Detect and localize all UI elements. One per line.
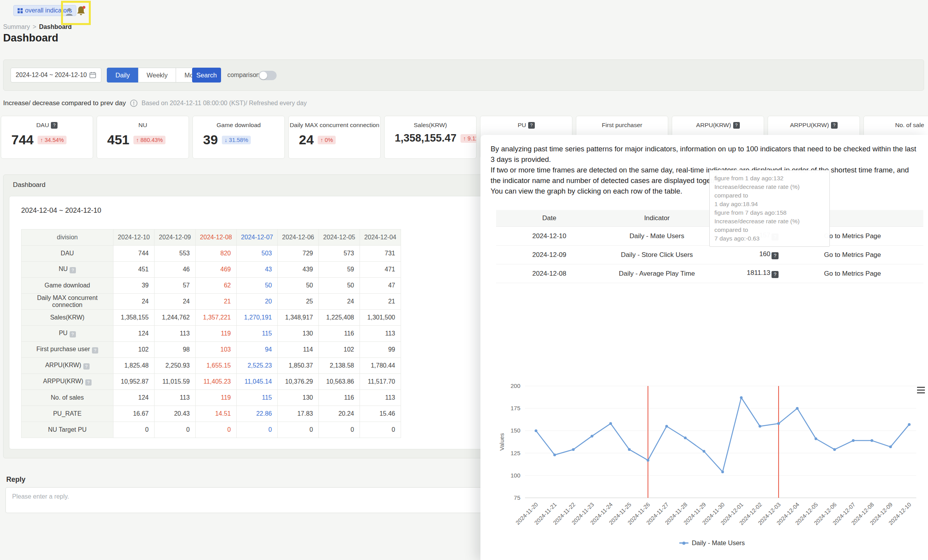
go-to-metrics-link[interactable]: Go to Metrics Page — [782, 246, 923, 264]
chart-legend[interactable]: Daily - Mate Users — [498, 539, 926, 547]
cell: 103 — [196, 342, 237, 358]
date-range-input[interactable]: 2024-12-04 ~ 2024-12-10 — [11, 68, 101, 83]
svg-text:175: 175 — [511, 405, 520, 411]
search-button[interactable]: Search — [192, 68, 221, 83]
row-label: ARPU(KRW)? — [22, 358, 113, 374]
tooltip-line: figure from 7 days ago:158 — [714, 208, 825, 217]
help-icon[interactable]: ? — [92, 347, 98, 354]
summary-row-arpu-krw: ARPU(KRW)?1,825.482,250.931,655.152,525.… — [22, 358, 401, 374]
cell: 57 — [155, 278, 196, 294]
help-icon[interactable]: ? — [733, 122, 740, 129]
comparison-toggle[interactable] — [259, 71, 277, 80]
anomaly-row[interactable]: 2024-12-08Daily - Average Play Time1811.… — [496, 264, 923, 283]
help-icon[interactable]: ? — [831, 122, 838, 129]
cell: 10,376.29 — [278, 374, 319, 390]
cell: 16.67 — [113, 406, 155, 422]
line-chart[interactable]: 75100125150175200Values2024-11-202024-11… — [498, 381, 926, 531]
kpi-label: PU? — [480, 122, 572, 129]
kpi-delta-badge: ↑ 880.43% — [133, 136, 166, 144]
cell: 20.43 — [155, 406, 196, 422]
cell: 113 — [155, 326, 196, 342]
cell: 1,358,155 — [113, 310, 155, 326]
period-daily-button[interactable]: Daily — [107, 68, 138, 83]
summary-col-2024-12-09: 2024-12-09 — [155, 230, 196, 246]
calendar-icon[interactable] — [89, 72, 96, 79]
cell: 43 — [237, 262, 278, 278]
cell: 113 — [360, 326, 401, 342]
description-line: You can view the graph by clicking on ea… — [491, 186, 919, 196]
cell: 15.46 — [360, 406, 401, 422]
cell: 116 — [319, 326, 360, 342]
cell: 21 — [360, 294, 401, 310]
tooltip-line: figure from 1 day ago:132 — [714, 174, 825, 183]
anomaly-row[interactable]: 2024-12-09Daily - Store Click Users160?G… — [496, 246, 923, 264]
cell: 94 — [237, 342, 278, 358]
kpi-label-text: Daily MAX concurrent connection — [290, 122, 379, 129]
tooltip-line: Increase/decrease rate rate (%) compared… — [714, 217, 825, 234]
summary-row-pu-rate: PU_RATE16.6720.4314.5122.8617.8320.2415.… — [22, 406, 401, 422]
cell: 2,138.58 — [319, 358, 360, 374]
cell: 46 — [155, 262, 196, 278]
dashboard-page: overall indicators Summary > Dashboard D… — [0, 0, 928, 560]
help-icon[interactable]: ? — [70, 267, 76, 273]
summary-row-first-purchase-user: First purchase user?102981039411410299 — [22, 342, 401, 358]
summary-row-nu: NU?451464694343959471 — [22, 262, 401, 278]
help-icon[interactable]: ? — [70, 331, 76, 337]
row-label: First purchase user? — [22, 342, 113, 358]
anomaly-date: 2024-12-09 — [496, 246, 602, 264]
status-line-refresh-info: Based on 2024-12-11 08:00:00 (KST)/ Refr… — [142, 100, 307, 107]
row-label: NU Target PU — [22, 422, 113, 438]
status-line-title: Increase/ decrease compared to prev day — [3, 99, 126, 107]
kpi-label: Daily MAX concurrent connection — [289, 122, 380, 129]
cell: 1,348,917 — [278, 310, 319, 326]
kpi-label-text: Game download — [217, 122, 261, 129]
cell: 113 — [360, 390, 401, 406]
help-icon[interactable]: ? — [528, 122, 535, 129]
anomaly-panel: By analyzing past time series patterns f… — [480, 135, 928, 560]
anomaly-date: 2024-12-10 — [496, 227, 602, 246]
help-icon[interactable]: ? — [51, 122, 58, 129]
svg-text:100: 100 — [511, 472, 520, 479]
info-icon[interactable] — [130, 99, 138, 107]
chart-menu-icon[interactable] — [917, 387, 925, 393]
kpi-value: 24 — [299, 132, 314, 147]
kpi-label: No. of sale — [864, 122, 928, 129]
help-icon[interactable]: ? — [85, 379, 92, 386]
svg-text:75: 75 — [514, 494, 520, 501]
cell: 59 — [319, 262, 360, 278]
cell: 1,655.15 — [196, 358, 237, 374]
help-icon[interactable]: ? — [772, 271, 779, 278]
help-icon[interactable]: ? — [83, 363, 90, 370]
summary-col-division: division — [22, 230, 113, 246]
go-to-metrics-link[interactable]: Go to Metrics Page — [782, 264, 923, 283]
cell: 10,952.87 — [113, 374, 155, 390]
cell: 1,357,221 — [196, 310, 237, 326]
row-label: Game download — [22, 278, 113, 294]
cell: 0 — [113, 422, 155, 438]
cell: 115 — [237, 326, 278, 342]
cell: 1,850.37 — [278, 358, 319, 374]
cell: 2,250.93 — [155, 358, 196, 374]
anomaly-col-indicator: Indicator — [602, 210, 711, 227]
cell: 20.24 — [319, 406, 360, 422]
kpi-delta-badge: ↑ 0% — [318, 136, 336, 144]
toggle-knob — [259, 72, 267, 79]
tooltip-line: Increase/decrease rate rate (%) compared… — [714, 183, 825, 200]
cell: 503 — [237, 246, 278, 262]
section-title: Dashboard — [13, 181, 45, 189]
cell: 553 — [155, 246, 196, 262]
cell: 0 — [319, 422, 360, 438]
cell: 130 — [278, 326, 319, 342]
cell: 114 — [278, 342, 319, 358]
period-weekly-button[interactable]: Weekly — [138, 68, 176, 83]
cell: 47 — [360, 278, 401, 294]
cell: 451 — [113, 262, 155, 278]
summary-row-nu-target-pu: NU Target PU0000000 — [22, 422, 401, 438]
cell: 113 — [155, 390, 196, 406]
summary-col-2024-12-04: 2024-12-04 — [360, 230, 401, 246]
kpi-value: 39 — [203, 132, 218, 147]
help-icon[interactable]: ? — [772, 252, 779, 259]
breadcrumb-summary[interactable]: Summary — [3, 23, 30, 31]
tooltip-line: 1 day ago:18.94 — [714, 200, 825, 208]
cell: 24 — [319, 294, 360, 310]
